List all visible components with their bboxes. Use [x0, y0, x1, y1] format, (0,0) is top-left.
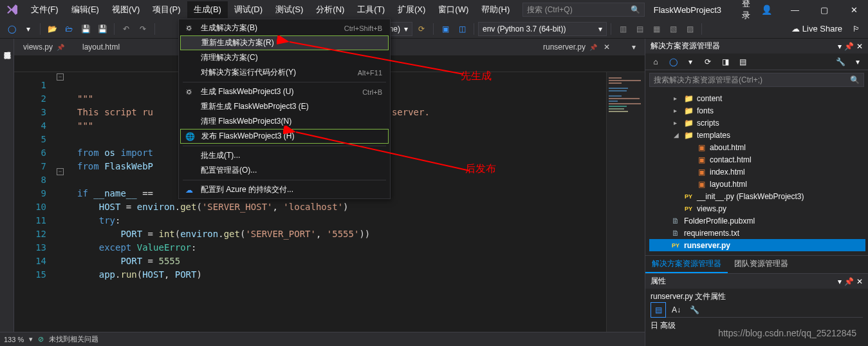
menu-clean-project[interactable]: 清理 FlaskWebProject3(N): [180, 114, 389, 129]
build-menu-dropdown: ⛭生成解决方案(B)Ctrl+Shift+B 重新生成解决方案(R) 清理解决方…: [178, 19, 391, 199]
menu-analyze[interactable]: 分析(N): [309, 1, 351, 18]
tab-runserver-py[interactable]: runserver.py 📌 ✕: [534, 39, 623, 55]
tab-team-explorer[interactable]: 团队资源管理器: [728, 256, 795, 273]
layout-btn-3[interactable]: ▦: [649, 21, 664, 37]
menu-build[interactable]: 生成(B): [187, 1, 228, 18]
menu-debug[interactable]: 调试(D): [228, 1, 269, 18]
panel-dropdown-icon[interactable]: ▾: [838, 42, 842, 51]
menu-project[interactable]: 项目(P): [146, 1, 187, 18]
menu-publish-project[interactable]: 🌐发布 FlaskWebProject3 (H): [180, 129, 389, 144]
panel-dropdown-icon[interactable]: ▾: [838, 277, 842, 286]
liveshare-icon: ☁: [791, 24, 800, 34]
close-button[interactable]: ✕: [842, 3, 865, 17]
layout-btn-2[interactable]: ▤: [632, 21, 647, 37]
new-button[interactable]: 📂: [44, 21, 60, 37]
folder-icon: 📁: [683, 94, 694, 103]
prop-az-button[interactable]: A↓: [669, 302, 684, 318]
minimize-button[interactable]: —: [784, 3, 807, 17]
fold-toggle[interactable]: −: [57, 168, 64, 175]
panel-pin-icon[interactable]: 📌: [844, 277, 854, 286]
layout-btn-1[interactable]: ▥: [615, 21, 631, 37]
panel-close-icon[interactable]: ✕: [856, 42, 863, 51]
se-home-button[interactable]: ⌂: [648, 54, 663, 70]
tab-views-py[interactable]: views.py 📌: [14, 39, 73, 55]
notifications-button[interactable]: 🏳: [849, 21, 864, 37]
prop-events-button[interactable]: 🔧: [687, 302, 702, 318]
explorer-bottom-tabs: 解决方案资源管理器 团队资源管理器: [645, 255, 868, 273]
tree-item-views-py[interactable]: PYviews.py: [649, 202, 865, 215]
layout-btn-5[interactable]: ▨: [682, 21, 697, 37]
tree-item-folderprofile[interactable]: 🗎FolderProfile.pubxml: [649, 215, 865, 227]
prop-categorized-button[interactable]: ▤: [651, 302, 666, 318]
menu-extensions[interactable]: 扩展(X): [391, 1, 432, 18]
redo-button[interactable]: ↷: [135, 21, 151, 37]
tree-item-fonts[interactable]: ▸📁fonts: [649, 104, 865, 117]
se-btn-8[interactable]: ▾: [850, 54, 865, 70]
tree-item-requirements[interactable]: 🗎requirements.txt: [649, 227, 865, 239]
menu-tools[interactable]: 工具(T): [351, 1, 391, 18]
rail-server-explorer[interactable]: 服务器资源管理器: [1, 43, 14, 346]
env-combo[interactable]: env (Python 3.7 (64-bit)) ▾: [478, 22, 607, 36]
se-btn-2[interactable]: ◯: [665, 54, 681, 70]
open-button[interactable]: 🗁: [61, 21, 77, 37]
tree-item-content[interactable]: ▸📁content: [649, 92, 865, 104]
tree-item-about-html[interactable]: ▣about.html: [649, 141, 865, 153]
tab-layout-html[interactable]: layout.html: [73, 39, 129, 55]
solution-tree[interactable]: ▸📁content ▸📁fonts ▸📁scripts ◢📁templates …: [645, 90, 868, 254]
menu-file[interactable]: 文件(F): [24, 1, 65, 18]
maximize-button[interactable]: ▢: [813, 3, 836, 17]
publish-button[interactable]: ▣: [438, 21, 453, 37]
panel-close-icon[interactable]: ✕: [856, 277, 863, 286]
refresh-button[interactable]: ⟳: [414, 21, 429, 37]
zoom-level[interactable]: 133 %: [4, 336, 24, 343]
se-btn-6[interactable]: ▤: [735, 54, 750, 70]
liveshare-button[interactable]: ☁ Live Share: [786, 24, 847, 34]
undo-button[interactable]: ↶: [118, 21, 134, 37]
se-btn-5[interactable]: ◨: [717, 54, 733, 70]
fold-toggle[interactable]: −: [57, 73, 64, 81]
menu-help[interactable]: 帮助(H): [475, 1, 516, 18]
menu-batch-build[interactable]: 批生成(T)...: [180, 148, 389, 163]
se-props-button[interactable]: 🔧: [833, 54, 848, 70]
menu-view[interactable]: 视图(V): [106, 1, 146, 18]
menu-bar: 文件(F) 编辑(E) 视图(V) 项目(P) 生成(B) 调试(D) 测试(S…: [0, 0, 868, 19]
tree-item-init-py[interactable]: PY__init__.py (FlaskWebProject3): [649, 190, 865, 202]
menu-code-analysis[interactable]: 对解决方案运行代码分析(Y)Alt+F11: [180, 65, 389, 80]
html-icon: ▣: [696, 143, 706, 152]
tab-solution-explorer[interactable]: 解决方案资源管理器: [645, 256, 728, 273]
se-sync-button[interactable]: ⟳: [700, 54, 716, 70]
file-icon: 🗎: [670, 216, 681, 226]
item-button[interactable]: ◫: [454, 21, 470, 37]
pin-icon: 📌: [589, 44, 597, 51]
menu-azure-cd[interactable]: ☁配置到 Azure 的持续交付...: [180, 182, 389, 197]
tree-item-contact-html[interactable]: ▣contact.html: [649, 153, 865, 166]
tree-item-templates[interactable]: ◢📁templates: [649, 129, 865, 141]
tree-item-runserver-py[interactable]: PYrunserver.py: [649, 239, 865, 251]
tab-dropdown-button[interactable]: ▾: [623, 39, 645, 55]
menu-clean-solution[interactable]: 清理解决方案(C): [180, 50, 389, 65]
login-button[interactable]: 登录 👤: [737, 0, 777, 21]
menu-window[interactable]: 窗口(W): [432, 1, 475, 18]
menu-rebuild-solution[interactable]: 重新生成解决方案(R): [180, 35, 389, 50]
tree-item-layout-html[interactable]: ▣layout.html: [649, 178, 865, 190]
menu-test[interactable]: 测试(S): [269, 1, 309, 18]
menu-build-solution[interactable]: ⛭生成解决方案(B)Ctrl+Shift+B: [180, 21, 389, 35]
layout-btn-4[interactable]: ▧: [665, 21, 681, 37]
save-all-button[interactable]: 💾: [95, 21, 110, 37]
menu-search-input[interactable]: 搜索 (Ctrl+Q) 🔍: [522, 3, 644, 17]
tree-item-index-html[interactable]: ▣index.html: [649, 166, 865, 178]
nav-fwd-button[interactable]: ▾: [21, 21, 36, 37]
code-minimap[interactable]: [606, 72, 645, 346]
menu-config-manager[interactable]: 配置管理器(O)...: [180, 163, 389, 178]
nav-back-button[interactable]: ◯: [4, 21, 19, 37]
save-button[interactable]: 💾: [78, 21, 93, 37]
menu-edit[interactable]: 编辑(E): [65, 1, 106, 18]
solution-explorer-search[interactable]: 搜索解决方案资源管理器(Ctrl+;) 🔍: [649, 73, 864, 87]
menu-rebuild-project[interactable]: 重新生成 FlaskWebProject3 (E): [180, 99, 389, 114]
se-btn-3[interactable]: ▾: [683, 54, 698, 70]
error-indicator-icon[interactable]: ⊘: [38, 335, 44, 343]
menu-build-project[interactable]: ⛭生成 FlaskWebProject3 (U)Ctrl+B: [180, 84, 389, 99]
panel-pin-icon[interactable]: 📌: [844, 42, 854, 51]
close-icon[interactable]: ✕: [604, 43, 610, 52]
tree-item-scripts[interactable]: ▸📁scripts: [649, 117, 865, 129]
